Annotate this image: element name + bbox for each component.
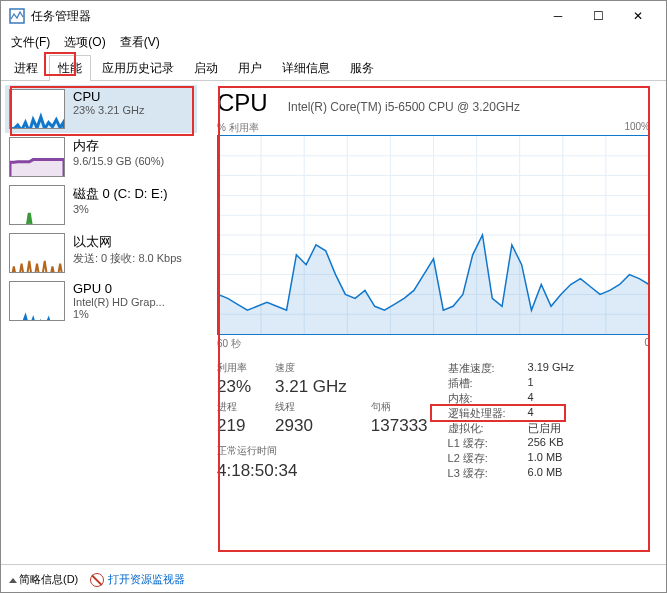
open-resmon-link[interactable]: 打开资源监视器 <box>90 572 185 587</box>
tab-processes[interactable]: 进程 <box>5 55 47 81</box>
stat-uptime: 4:18:50:34 <box>217 461 428 481</box>
window-title: 任务管理器 <box>31 8 538 25</box>
stat-handles: 137333 <box>371 416 428 436</box>
tab-app-history[interactable]: 应用历史记录 <box>93 55 183 81</box>
main-title: CPU <box>217 89 268 117</box>
menu-file[interactable]: 文件(F) <box>5 32 56 53</box>
resmon-icon <box>90 573 104 587</box>
stat-row: L2 缓存:1.0 MB <box>448 451 574 466</box>
sidebar: CPU23% 3.21 GHz 内存9.6/15.9 GB (60%) 磁盘 0… <box>1 81 201 564</box>
stat-row: L1 缓存:256 KB <box>448 436 574 451</box>
stat-row: 基准速度:3.19 GHz <box>448 361 574 376</box>
stat-processes: 219 <box>217 416 251 436</box>
maximize-button[interactable]: ☐ <box>578 1 618 31</box>
stat-row: L3 缓存:6.0 MB <box>448 466 574 481</box>
stat-row: 虚拟化:已启用 <box>448 421 574 436</box>
tab-performance[interactable]: 性能 <box>49 55 91 81</box>
stat-utilization: 23% <box>217 377 251 397</box>
tab-users[interactable]: 用户 <box>229 55 271 81</box>
titlebar: 任务管理器 ─ ☐ ✕ <box>1 1 666 31</box>
sidebar-item-memory[interactable]: 内存9.6/15.9 GB (60%) <box>5 133 197 181</box>
cpu-chart[interactable] <box>217 135 650 335</box>
content: CPU23% 3.21 GHz 内存9.6/15.9 GB (60%) 磁盘 0… <box>1 81 666 564</box>
stat-row: 内核:4 <box>448 391 574 406</box>
cpu-model: Intel(R) Core(TM) i5-6500 CPU @ 3.20GHz <box>288 100 520 114</box>
close-button[interactable]: ✕ <box>618 1 658 31</box>
stat-row: 插槽:1 <box>448 376 574 391</box>
menu-view[interactable]: 查看(V) <box>114 32 166 53</box>
chevron-up-icon <box>9 578 17 583</box>
sidebar-item-disk[interactable]: 磁盘 0 (C: D: E:)3% <box>5 181 197 229</box>
stat-row: 逻辑处理器:4 <box>448 406 574 421</box>
statusbar: 简略信息(D) 打开资源监视器 <box>1 564 666 593</box>
stat-threads: 2930 <box>275 416 347 436</box>
stats: 利用率 速度 23% 3.21 GHz 进程 线程 句柄 219 2930 13… <box>217 361 650 481</box>
thumb-memory <box>9 137 65 177</box>
main-panel: CPU Intel(R) Core(TM) i5-6500 CPU @ 3.20… <box>201 81 666 564</box>
sidebar-item-cpu[interactable]: CPU23% 3.21 GHz <box>5 85 197 133</box>
thumb-ethernet <box>9 233 65 273</box>
sidebar-item-gpu[interactable]: GPU 0Intel(R) HD Grap...1% <box>5 277 197 325</box>
tab-services[interactable]: 服务 <box>341 55 383 81</box>
sidebar-item-ethernet[interactable]: 以太网发送: 0 接收: 8.0 Kbps <box>5 229 197 277</box>
thumb-gpu <box>9 281 65 321</box>
thumb-cpu <box>9 89 65 129</box>
thumb-disk <box>9 185 65 225</box>
menu-options[interactable]: 选项(O) <box>58 32 111 53</box>
tabbar: 进程 性能 应用历史记录 启动 用户 详细信息 服务 <box>1 53 666 81</box>
brief-toggle[interactable]: 简略信息(D) <box>9 572 78 587</box>
tab-details[interactable]: 详细信息 <box>273 55 339 81</box>
taskmgr-icon <box>9 8 25 24</box>
minimize-button[interactable]: ─ <box>538 1 578 31</box>
tab-startup[interactable]: 启动 <box>185 55 227 81</box>
menubar: 文件(F) 选项(O) 查看(V) <box>1 31 666 53</box>
stat-speed: 3.21 GHz <box>275 377 347 397</box>
